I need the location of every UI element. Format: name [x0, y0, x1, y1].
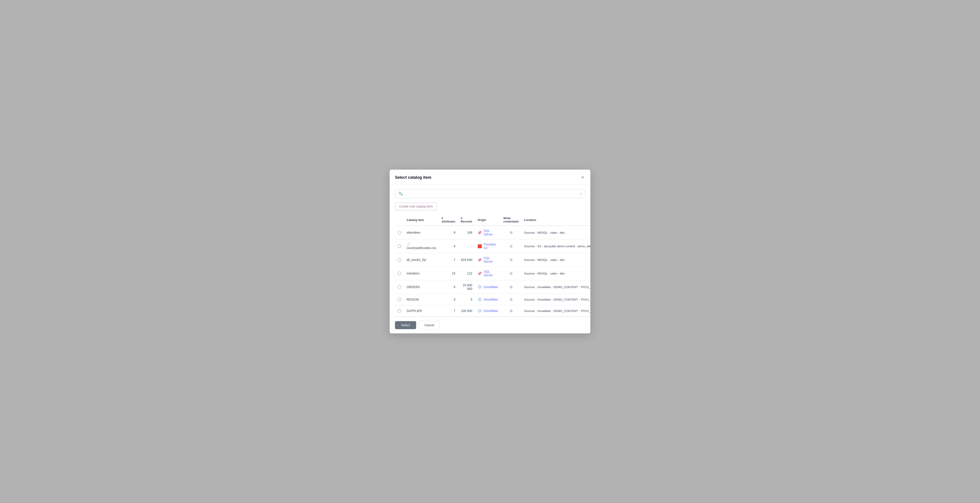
- catalog-item-radio[interactable]: [398, 231, 401, 234]
- row-name-cell: REGION: [404, 294, 439, 305]
- location-arrow: ›: [552, 298, 553, 301]
- catalog-item-name: attendees: [407, 231, 420, 234]
- sqlserver-icon: 🦑: [477, 230, 482, 235]
- catalog-item-radio[interactable]: [398, 271, 401, 275]
- row-location-cell: Sources › Snowflake › DEMO_CONTENT › TPC…: [522, 280, 590, 294]
- catalog-item-name: SUPPLIER: [407, 309, 422, 313]
- close-button[interactable]: ×: [580, 174, 585, 181]
- table-row: attendees 9 199 🦑 SQL Server ⊗ Sources ›…: [395, 226, 590, 240]
- location-part: TPCH_SF10: [581, 309, 590, 313]
- location-arrow: ›: [549, 231, 549, 234]
- snowflake-icon: ❄️: [477, 309, 482, 313]
- table-row: members 15 122 🦑 SQL Server ⊗ Sources › …: [395, 267, 590, 280]
- row-credentials-cell: ⊗: [501, 280, 522, 294]
- location-arrow: ›: [536, 244, 536, 248]
- row-name-cell: SUPPLIER: [404, 305, 439, 317]
- catalog-item-name: countrywithcodes.csv: [407, 246, 436, 250]
- row-radio-cell[interactable]: [395, 267, 404, 280]
- row-name-cell: 📄 countrywithcodes.csv: [404, 240, 439, 253]
- dialog-header: Select catalog item ×: [390, 169, 590, 185]
- row-records-cell: 122: [458, 267, 475, 280]
- origin-link[interactable]: Snowflake: [484, 309, 498, 313]
- col-location: Location: [522, 214, 590, 226]
- row-radio-cell[interactable]: [395, 253, 404, 267]
- row-records-cell: 15 000 000: [458, 280, 475, 294]
- catalog-item-radio[interactable]: [398, 298, 401, 301]
- catalog-item-name: members: [407, 271, 420, 275]
- sqlserver-icon: 🦑: [477, 271, 482, 276]
- location-arrow: ›: [536, 231, 536, 234]
- origin-link[interactable]: SQL Server: [484, 256, 498, 263]
- cancel-button[interactable]: Cancel: [419, 321, 440, 329]
- search-input[interactable]: [404, 192, 579, 195]
- search-bar: 🔍 ▾: [395, 189, 585, 198]
- origin-link[interactable]: Presales S3: [484, 243, 498, 250]
- table-header-row: Catalog item # Attributes # Records Orig…: [395, 214, 590, 226]
- create-catalog-item-button[interactable]: Create new catalog item: [395, 203, 437, 210]
- catalog-item-radio[interactable]: [398, 285, 401, 289]
- row-location-cell: Sources › Snowflake › DEMO_CONTENT › TPC…: [522, 305, 590, 317]
- row-credentials-cell: ⊗: [501, 253, 522, 267]
- location-part: dbo: [560, 258, 565, 262]
- table-row: REGION 3 5 ❄️ Snowflake ⊗ Sources › Snow…: [395, 294, 590, 305]
- select-button[interactable]: Select: [395, 321, 416, 329]
- credentials-icon: ⊗: [503, 230, 519, 235]
- origin-link[interactable]: SQL Server: [484, 270, 498, 277]
- row-attributes-cell: 3: [439, 294, 458, 305]
- row-radio-cell[interactable]: [395, 240, 404, 253]
- location-part: Sources: [524, 272, 535, 275]
- location-arrow: ›: [558, 272, 559, 275]
- credentials-icon: ⊗: [503, 284, 519, 289]
- row-origin-cell: 🦑 SQL Server: [475, 253, 501, 267]
- row-radio-cell[interactable]: [395, 305, 404, 317]
- location-part: MSSQL: [538, 272, 548, 275]
- row-name-cell: members: [404, 267, 439, 280]
- location-part: MSSQL: [538, 231, 548, 234]
- origin-link[interactable]: Snowflake: [484, 298, 498, 301]
- row-radio-cell[interactable]: [395, 280, 404, 294]
- location-part: sales: [550, 258, 557, 262]
- row-origin-cell: ❄️ Snowflake: [475, 294, 501, 305]
- table-row: ORDERS 9 15 000 000 ❄️ Snowflake ⊗ Sourc…: [395, 280, 590, 294]
- col-credentials: Write credentials: [501, 214, 522, 226]
- row-records-cell: -: [458, 240, 475, 253]
- row-origin-cell: 🟥 Presales S3: [475, 240, 501, 253]
- row-radio-cell[interactable]: [395, 294, 404, 305]
- location-part: TPCH_SF10: [581, 286, 590, 289]
- catalog-item-radio[interactable]: [398, 309, 401, 313]
- location-arrow: ›: [576, 244, 577, 248]
- row-location-cell: Sources › S3 › ata-public-demo-content ›…: [522, 240, 590, 253]
- row-location-cell: Sources › MSSQL › sales › dbo: [522, 253, 590, 267]
- row-records-cell: 619 040: [458, 253, 475, 267]
- row-name-cell: ORDERS: [404, 280, 439, 294]
- location-arrow: ›: [536, 272, 536, 275]
- chevron-down-icon[interactable]: ▾: [580, 192, 582, 195]
- row-radio-cell[interactable]: [395, 226, 404, 240]
- dialog-title: Select catalog item: [395, 175, 431, 180]
- origin-link[interactable]: SQL Server: [484, 229, 498, 236]
- row-origin-cell: 🦑 SQL Server: [475, 226, 501, 240]
- file-icon: 📄: [407, 243, 410, 246]
- location-arrow: ›: [542, 244, 543, 248]
- credentials-icon: ⊗: [503, 257, 519, 262]
- location-part: Snowflake: [538, 309, 551, 313]
- row-credentials-cell: ⊗: [501, 305, 522, 317]
- origin-link[interactable]: Snowflake: [484, 285, 498, 289]
- dialog-footer: Select Cancel: [390, 317, 590, 334]
- location-part: MSSQL: [538, 258, 548, 262]
- location-part: dbo: [560, 231, 565, 234]
- catalog-item-radio[interactable]: [398, 258, 401, 262]
- col-origin: Origin: [475, 214, 501, 226]
- row-attributes-cell: 9: [439, 280, 458, 294]
- row-name-cell: attendees: [404, 226, 439, 240]
- location-arrow: ›: [558, 231, 559, 234]
- location-part: Sources: [524, 286, 535, 289]
- table-row: SUPPLIER 7 100 000 ❄️ Snowflake ⊗ Source…: [395, 305, 590, 317]
- catalog-item-radio[interactable]: [398, 244, 401, 248]
- row-attributes-cell: 15: [439, 267, 458, 280]
- row-location-cell: Sources › Snowflake › DEMO_CONTENT › TPC…: [522, 294, 590, 305]
- location-part: Snowflake: [538, 286, 551, 289]
- col-attributes: # Attributes: [439, 214, 458, 226]
- location-part: S3: [538, 244, 541, 248]
- row-records-cell: 199: [458, 226, 475, 240]
